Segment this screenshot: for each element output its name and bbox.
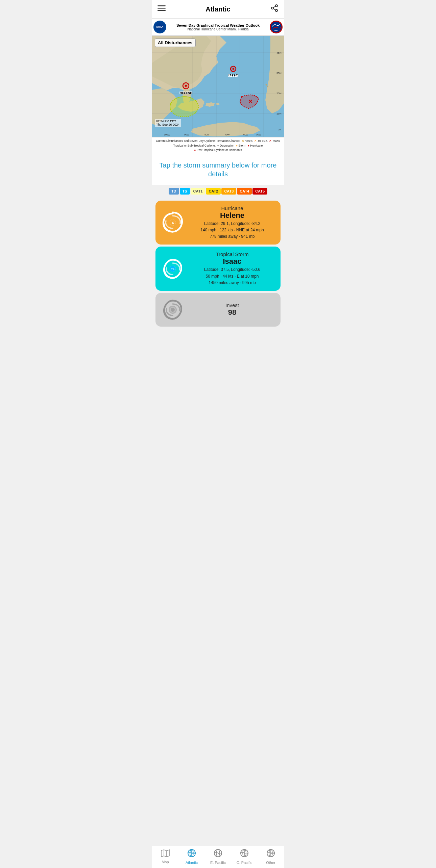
svg-point-12 [267,86,268,87]
svg-text:NWS: NWS [274,29,278,31]
svg-point-4 [271,7,273,9]
svg-text:4: 4 [172,221,174,225]
noaa-logo: NOAA [153,21,166,33]
storm-card-helene[interactable]: 4 Hurricane Helene Latitude: 29.1, Longi… [155,201,281,245]
svg-point-3 [275,5,277,7]
cat-td-pill: TD [169,188,179,195]
helene-type: Hurricane [189,205,275,211]
svg-point-36 [185,85,187,87]
category-bar: TD TS CAT1 CAT2 CAT3 CAT4 CAT5 [152,185,284,199]
isaac-type: Tropical Storm [189,251,275,257]
map-timestamp: 07:54 PM EDTThu Sep 26 2024 [155,119,181,127]
svg-point-51 [171,308,175,312]
svg-text:5N: 5N [278,128,281,131]
cat2-pill: CAT2 [206,188,221,195]
helene-cyclone-graphic: 4 [161,211,185,234]
weather-map[interactable]: 45N 35N 25N 15N 5N 100W 90W 80W 70W 60W … [152,36,284,137]
svg-text:90W: 90W [184,133,189,136]
share-icon[interactable] [270,4,278,14]
invest98-name: 98 [189,308,275,317]
svg-point-33 [170,97,198,117]
nhc-banner: NOAA Seven-Day Graphical Tropical Weathe… [152,19,284,36]
cat1-pill: CAT1 [191,188,205,195]
svg-point-5 [275,9,277,11]
invest98-info: Invest 98 [189,302,275,317]
isaac-info: Tropical Storm Isaac Latitude: 37.5, Lon… [189,251,275,286]
svg-rect-1 [158,8,166,9]
map-legend: Current Disturbances and Seven-Day Cyclo… [152,137,284,154]
legend-line2: Tropical or Sub-Tropical Cyclone: ○ Depr… [154,144,282,148]
svg-text:60W: 60W [243,133,248,136]
svg-line-6 [273,9,276,10]
cat5-pill: CAT5 [252,188,267,195]
svg-text:15N: 15N [276,112,282,115]
svg-text:35N: 35N [276,72,282,75]
isaac-cyclone-graphic: TS [161,257,185,281]
svg-text:80W: 80W [204,133,210,136]
nws-logo: NWS [270,21,283,33]
invest98-cyclone-graphic [161,298,185,322]
svg-text:45N: 45N [276,51,282,54]
cat4-pill: CAT4 [237,188,252,195]
cat3-pill: CAT3 [221,188,236,195]
nhc-text: Seven-Day Graphical Tropical Weather Out… [169,23,267,31]
storm-card-invest98[interactable]: Invest 98 [155,293,281,327]
svg-text:TS: TS [171,268,175,271]
legend-line3: ● Post-Tropical Cyclone or Remnants [154,148,282,153]
cat-ts-pill: TS [180,188,190,195]
storm-card-isaac[interactable]: TS Tropical Storm Isaac Latitude: 37.5, … [155,247,281,291]
svg-text:70W: 70W [225,133,230,136]
svg-line-7 [273,6,276,8]
nhc-title: Seven-Day Graphical Tropical Weather Out… [169,23,267,27]
svg-point-39 [233,68,234,70]
app-header: Atlantic [152,0,284,19]
isaac-details: Latitude: 37.5, Longitude: -50.6 50 mph … [189,266,275,286]
page-title: Atlantic [205,5,230,13]
helene-name: Helene [189,211,275,220]
isaac-name: Isaac [189,257,275,266]
invest98-type: Invest [189,302,275,308]
svg-text:25N: 25N [276,92,282,95]
legend-line1: Current Disturbances and Seven-Day Cyclo… [154,139,282,144]
helene-info: Hurricane Helene Latitude: 29.1, Longitu… [189,205,275,240]
svg-text:100W: 100W [164,133,170,136]
tap-prompt: Tap the storm summary below for more det… [152,154,284,185]
helene-details: Latitude: 29.1, Longitude: -84.2 140 mph… [189,221,275,240]
svg-rect-2 [158,10,166,11]
svg-rect-0 [158,5,166,6]
svg-text:HELENE: HELENE [180,91,192,95]
all-disturbances-badge[interactable]: All Disturbances [155,39,196,47]
svg-text:ISAAC: ISAAC [228,74,238,77]
svg-text:✕: ✕ [248,99,252,104]
svg-point-11 [266,84,267,86]
menu-icon[interactable] [158,4,166,14]
nhc-subtitle: National Hurricane Center Miami, Florida [169,27,267,31]
svg-text:50W: 50W [256,133,261,136]
